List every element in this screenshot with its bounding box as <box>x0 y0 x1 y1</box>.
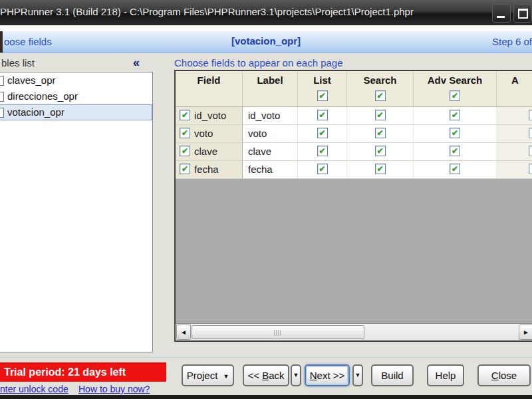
select-all-adv-checkbox[interactable]: ✔ <box>450 90 460 101</box>
project-button[interactable]: Project▼ <box>182 364 234 386</box>
grid-row: ✔ clave clave ✔ ✔ ✔ <box>176 143 532 161</box>
add-checkbox[interactable] <box>529 146 532 156</box>
collapse-sidebar-icon[interactable]: « <box>133 56 140 70</box>
search-cell: ✔ <box>347 125 414 142</box>
search-checkbox[interactable]: ✔ <box>375 164 386 174</box>
table-item-label: votacion_opr <box>7 106 65 118</box>
list-cell: ✔ <box>298 161 347 178</box>
footer-separator <box>0 357 532 358</box>
column-header-adv-search: Adv Search ✔ <box>414 71 497 106</box>
field-cell: ✔ clave <box>176 143 243 160</box>
maximize-icon <box>518 9 528 19</box>
search-cell: ✔ <box>347 143 414 160</box>
list-checkbox[interactable]: ✔ <box>317 128 328 138</box>
add-cell <box>497 161 532 178</box>
grid-caption: Choose fields to appear on each page <box>174 57 343 68</box>
table-item-label: claves_opr <box>7 74 56 86</box>
table-icon <box>0 76 4 86</box>
adv-search-checkbox[interactable]: ✔ <box>450 146 460 156</box>
adv-search-cell: ✔ <box>414 161 497 178</box>
window-title: PHPRunner 3.1 (Build 218) - C:\Program F… <box>0 6 414 17</box>
add-checkbox[interactable] <box>529 164 532 174</box>
table-item-direcciones-opr[interactable]: direcciones_opr <box>0 88 152 104</box>
table-icon <box>0 92 4 102</box>
build-button[interactable]: Build <box>371 364 414 386</box>
table-icon <box>0 108 4 118</box>
help-button[interactable]: Help <box>427 364 464 386</box>
add-checkbox[interactable] <box>529 110 532 120</box>
list-checkbox[interactable]: ✔ <box>317 164 328 174</box>
grid-row: ✔ id_voto id_voto ✔ ✔ ✔ <box>176 107 532 125</box>
list-checkbox[interactable]: ✔ <box>317 110 328 120</box>
app-window: PHPRunner 3.1 (Build 218) - C:\Program F… <box>0 0 532 399</box>
grid-row: ✔ voto voto ✔ ✔ ✔ <box>176 125 532 143</box>
adv-search-cell: ✔ <box>414 143 497 160</box>
tables-list-title: bles list <box>1 57 35 68</box>
column-header-label: Label <box>243 71 298 106</box>
table-item-claves-opr[interactable]: claves_opr <box>0 72 152 88</box>
tables-list: claves_opr direcciones_opr votacion_opr <box>0 72 153 352</box>
table-item-votacion-opr[interactable]: votacion_opr <box>0 104 152 120</box>
thumb-grip-icon <box>274 330 282 336</box>
how-to-buy-link[interactable]: How to buy now? <box>78 384 150 394</box>
field-checkbox[interactable]: ✔ <box>180 164 190 174</box>
field-name: clave <box>194 146 217 157</box>
minimize-button[interactable] <box>492 4 511 23</box>
column-header-field: Field <box>176 71 243 106</box>
maximize-button[interactable] <box>513 4 532 23</box>
adv-search-checkbox[interactable]: ✔ <box>450 128 460 138</box>
field-checkbox[interactable]: ✔ <box>180 128 190 138</box>
field-name: voto <box>194 128 213 139</box>
current-table-name: [votacion_opr] <box>0 35 532 47</box>
scroll-left-icon[interactable]: ◄ <box>176 325 191 340</box>
wizard-header: oose fields [votacion_opr] Step 6 of <box>0 31 532 53</box>
field-cell: ✔ id_voto <box>176 107 243 124</box>
title-bar: PHPRunner 3.1 (Build 218) - C:\Program F… <box>0 0 532 25</box>
column-header-search: Search ✔ <box>347 71 414 106</box>
next-button[interactable]: Next >> <box>305 364 350 386</box>
enter-unlock-code-link[interactable]: nter unlock code <box>0 384 68 394</box>
horizontal-scrollbar[interactable]: ◄ ► <box>176 323 532 340</box>
label-cell[interactable]: id_voto <box>243 107 298 124</box>
search-cell: ✔ <box>347 107 414 124</box>
search-checkbox[interactable]: ✔ <box>375 128 386 138</box>
grid-row: ✔ fecha fecha ✔ ✔ ✔ <box>176 161 532 179</box>
adv-search-cell: ✔ <box>414 125 497 142</box>
search-checkbox[interactable]: ✔ <box>375 110 386 120</box>
step-indicator: Step 6 of <box>492 36 532 47</box>
minimize-icon <box>497 16 505 18</box>
add-cell <box>497 107 532 124</box>
select-all-search-checkbox[interactable]: ✔ <box>375 90 386 101</box>
list-checkbox[interactable]: ✔ <box>317 146 328 156</box>
add-checkbox[interactable] <box>529 128 532 138</box>
list-cell: ✔ <box>298 143 347 160</box>
label-cell[interactable]: fecha <box>243 161 298 178</box>
adv-search-checkbox[interactable]: ✔ <box>450 164 460 174</box>
window-bottom-edge <box>0 395 532 399</box>
table-item-label: direcciones_opr <box>7 90 78 102</box>
field-checkbox[interactable]: ✔ <box>180 110 190 120</box>
scrollbar-thumb[interactable] <box>192 325 364 339</box>
column-header-add: A <box>497 71 532 106</box>
back-button[interactable]: << Back <box>243 364 289 386</box>
next-dropdown-button[interactable]: ▼ <box>352 364 363 386</box>
dropdown-icon: ▼ <box>223 373 229 380</box>
search-cell: ✔ <box>347 161 414 178</box>
scroll-right-icon[interactable]: ► <box>519 325 532 340</box>
close-button[interactable]: Close <box>477 364 531 386</box>
list-cell: ✔ <box>298 125 347 142</box>
list-cell: ✔ <box>298 107 347 124</box>
label-cell[interactable]: clave <box>243 143 298 160</box>
fields-grid: Field Label List ✔ Search ✔ Adv Search ✔… <box>174 70 532 342</box>
adv-search-checkbox[interactable]: ✔ <box>450 110 460 120</box>
field-checkbox[interactable]: ✔ <box>180 146 190 156</box>
search-checkbox[interactable]: ✔ <box>375 146 386 156</box>
titlebar-separator <box>0 25 532 31</box>
grid-header-row: Field Label List ✔ Search ✔ Adv Search ✔… <box>176 71 532 107</box>
back-dropdown-button[interactable]: ▼ <box>291 364 301 386</box>
field-name: id_voto <box>194 110 226 121</box>
select-all-list-checkbox[interactable]: ✔ <box>317 90 328 101</box>
adv-search-cell: ✔ <box>414 107 497 124</box>
add-cell <box>497 143 532 160</box>
label-cell[interactable]: voto <box>243 125 298 142</box>
